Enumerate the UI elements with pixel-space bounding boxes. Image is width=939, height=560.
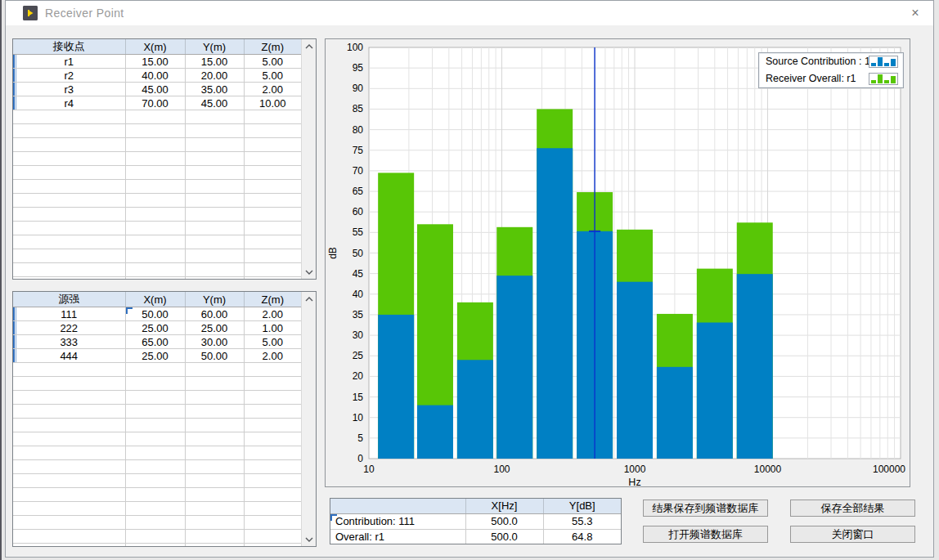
- table-cell[interactable]: [125, 277, 185, 280]
- bar-contribution[interactable]: [657, 367, 693, 459]
- table-row-empty[interactable]: [13, 138, 301, 152]
- table-cell[interactable]: [185, 530, 244, 544]
- table-cell[interactable]: [125, 363, 185, 377]
- table-cell[interactable]: [185, 222, 244, 235]
- table-row-empty[interactable]: [13, 277, 301, 280]
- open-spectrum-db-button[interactable]: 打开频谱数据库: [643, 526, 768, 543]
- close-window-button[interactable]: 关闭窗口: [790, 526, 915, 543]
- table-cell[interactable]: r1: [13, 55, 125, 69]
- table-cell[interactable]: [244, 516, 301, 530]
- table-cell[interactable]: [185, 419, 244, 432]
- save-all-results-button[interactable]: 保存全部结果: [790, 500, 915, 517]
- table-cell[interactable]: [125, 235, 185, 249]
- table-row[interactable]: 44425.0050.002.00: [13, 349, 301, 363]
- table-cell[interactable]: 30.00: [185, 335, 244, 349]
- table-cell[interactable]: [13, 110, 125, 124]
- table-cell[interactable]: [185, 235, 244, 249]
- table-row-empty[interactable]: [13, 516, 301, 530]
- table-cell[interactable]: [244, 249, 301, 263]
- scroll-up-icon[interactable]: [302, 292, 317, 306]
- table-row-empty[interactable]: [13, 446, 301, 460]
- table-cell[interactable]: [13, 432, 125, 446]
- cursor-cell[interactable]: 500.0: [465, 513, 543, 529]
- table-cell[interactable]: [185, 488, 244, 502]
- table-row-empty[interactable]: [13, 180, 301, 194]
- table-cell[interactable]: [125, 405, 185, 419]
- table-cell[interactable]: [125, 166, 185, 180]
- table-row-empty[interactable]: [13, 363, 301, 377]
- table-cell[interactable]: 333: [13, 335, 125, 349]
- table-cell[interactable]: 5.00: [244, 55, 301, 69]
- table-cell[interactable]: 60.00: [185, 307, 244, 321]
- table-cell[interactable]: [13, 138, 125, 152]
- cursor-cell[interactable]: Contribution: 111: [330, 513, 465, 529]
- table-cell[interactable]: [185, 138, 244, 152]
- table-cell[interactable]: r3: [13, 83, 125, 96]
- table-cell[interactable]: [185, 516, 244, 530]
- table-cell[interactable]: 5.00: [244, 335, 301, 349]
- table-cell[interactable]: [125, 180, 185, 194]
- bar-contribution[interactable]: [537, 148, 573, 459]
- table-cell[interactable]: [13, 502, 125, 516]
- table-cell[interactable]: 10.00: [244, 96, 301, 110]
- table-cell[interactable]: [244, 277, 301, 280]
- table-cell[interactable]: 35.00: [185, 83, 244, 96]
- table-row-empty[interactable]: [13, 194, 301, 208]
- table-cell[interactable]: [13, 235, 125, 249]
- table-cell[interactable]: [244, 419, 301, 432]
- table-cell[interactable]: [125, 488, 185, 502]
- table-cell[interactable]: [125, 530, 185, 544]
- table-cell[interactable]: r4: [13, 96, 125, 110]
- table-cell[interactable]: [125, 249, 185, 263]
- table-cell[interactable]: [125, 222, 185, 235]
- scroll-down-icon[interactable]: [302, 265, 317, 279]
- table-cell[interactable]: [13, 391, 125, 405]
- table-row[interactable]: r470.0045.0010.00: [13, 96, 301, 110]
- bar-contribution[interactable]: [697, 323, 733, 459]
- table-cell[interactable]: [185, 110, 244, 124]
- table-cell[interactable]: [13, 530, 125, 544]
- table-cell[interactable]: [13, 516, 125, 530]
- table-cell[interactable]: [13, 222, 125, 235]
- bar-contribution[interactable]: [457, 360, 493, 459]
- table-cell[interactable]: [244, 391, 301, 405]
- table-row[interactable]: 33365.0030.005.00: [13, 335, 301, 349]
- table-cell[interactable]: [185, 446, 244, 460]
- spectrum-bar-chart[interactable]: 0510152025303540455055606570758085909510…: [326, 39, 910, 486]
- table-cell[interactable]: [185, 194, 244, 208]
- table-cell[interactable]: [244, 152, 301, 166]
- table-row-empty[interactable]: [13, 377, 301, 391]
- table-cell[interactable]: [244, 432, 301, 446]
- table-cell[interactable]: [13, 152, 125, 166]
- table-cell[interactable]: [125, 377, 185, 391]
- table-cell[interactable]: [13, 277, 125, 280]
- table-row-empty[interactable]: [13, 502, 301, 516]
- table-cell[interactable]: [244, 194, 301, 208]
- table-cell[interactable]: [125, 152, 185, 166]
- table-cell[interactable]: [13, 249, 125, 263]
- table-cell[interactable]: [244, 124, 301, 138]
- table-cell[interactable]: [13, 405, 125, 419]
- table-row-empty[interactable]: [13, 124, 301, 138]
- table-cell[interactable]: [13, 363, 125, 377]
- scroll-down-icon[interactable]: [302, 532, 317, 546]
- table-cell[interactable]: [244, 363, 301, 377]
- table-cell[interactable]: [125, 124, 185, 138]
- table-cell[interactable]: 50.00: [185, 349, 244, 363]
- table-cell[interactable]: [125, 208, 185, 222]
- cursor-cell[interactable]: 64.8: [543, 529, 621, 544]
- table-row-empty[interactable]: [13, 263, 301, 277]
- table-cell[interactable]: [185, 263, 244, 277]
- table-cell[interactable]: 45.00: [125, 83, 185, 96]
- table-cell[interactable]: 15.00: [185, 55, 244, 69]
- table-cell[interactable]: [13, 419, 125, 432]
- table-cell[interactable]: [244, 208, 301, 222]
- table-cell[interactable]: [244, 488, 301, 502]
- cursor-row[interactable]: Overall: r1500.064.8: [330, 529, 621, 544]
- legend-item-overall[interactable]: Receiver Overall: r1: [759, 70, 903, 87]
- table-cell[interactable]: [185, 180, 244, 194]
- table-cell[interactable]: [244, 474, 301, 488]
- table-cell[interactable]: [244, 544, 301, 548]
- table-cell[interactable]: [185, 405, 244, 419]
- table-row-empty[interactable]: [13, 460, 301, 474]
